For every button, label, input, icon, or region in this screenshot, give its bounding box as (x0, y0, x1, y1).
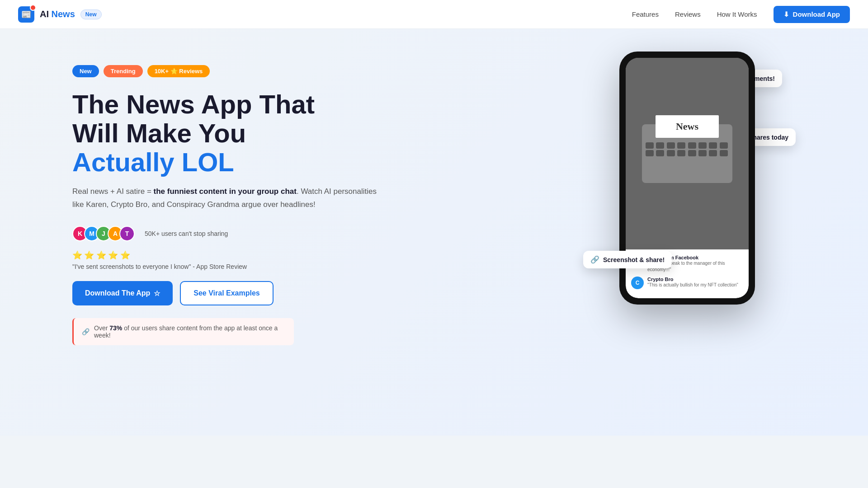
share-pct: 73% (109, 324, 122, 332)
hero-title-line2: Will Make You (72, 118, 246, 148)
hero-section: New Trending 10K+ ⭐ Reviews The News App… (0, 29, 868, 436)
hero-subtitle: Real news + AI satire = the funniest con… (72, 185, 380, 211)
typewriter-body: News (642, 124, 732, 183)
key-10 (656, 150, 664, 156)
float-screenshot-text: Screenshot & share! (603, 256, 665, 263)
star-4: ⭐ (108, 251, 118, 260)
typewriter-paper: News (656, 115, 719, 138)
key-16 (720, 150, 728, 156)
key-14 (698, 150, 707, 156)
user-row: K M J A T 50K+ users can't stop sharing (72, 226, 380, 241)
nav-reviews[interactable]: Reviews (675, 10, 701, 18)
nav-features[interactable]: Features (632, 10, 659, 18)
app-name: AI News (40, 9, 75, 19)
chat-avatar-crypto: C (631, 277, 644, 289)
key-5 (688, 142, 696, 149)
star-5: ⭐ (120, 251, 130, 260)
key-6 (698, 142, 707, 149)
star-1: ⭐ (72, 251, 82, 260)
app-icon-badge (30, 5, 36, 11)
hero-right: 💬 Actually funny AI comments! 🔥 3,421 sh… (579, 52, 796, 305)
share-info-box: 🔗 Over 73% of our users share content fr… (72, 318, 294, 345)
badge-reviews: 10K+ ⭐ Reviews (147, 65, 210, 77)
app-icon: 📰 (18, 6, 34, 23)
share-link-icon: 🔗 (82, 328, 90, 335)
download-app-label: Download The App (85, 289, 150, 297)
see-viral-examples-button[interactable]: See Viral Examples (180, 281, 273, 305)
navbar-download-button[interactable]: ⬇ Download App (774, 6, 850, 23)
key-4 (677, 142, 685, 149)
typewriter-keys (642, 138, 732, 161)
navbar-brand: 📰 AI News New (18, 6, 102, 23)
user-avatars: K M J A T (72, 226, 131, 241)
key-13 (688, 150, 696, 156)
key-1 (646, 142, 654, 149)
star-2: ⭐ (84, 251, 94, 260)
float-card-screenshot: 🔗 Screenshot & share! (583, 251, 672, 268)
user-avatar-5: T (119, 226, 135, 241)
download-star-icon: ☆ (154, 289, 160, 298)
navbar: 📰 AI News New Features Reviews How It Wo… (0, 0, 868, 29)
share-info-text: Over 73% of our users share content from… (94, 324, 286, 339)
app-name-suffix: News (49, 9, 75, 19)
star-3: ⭐ (96, 251, 106, 260)
badges-row: New Trending 10K+ ⭐ Reviews (72, 65, 380, 77)
chat-text-crypto: "This is actually bullish for my NFT col… (647, 282, 738, 288)
stars-row: ⭐ ⭐ ⭐ ⭐ ⭐ (72, 250, 380, 260)
app-icon-emoji: 📰 (21, 9, 31, 19)
download-app-button[interactable]: Download The App ☆ (72, 281, 173, 305)
stars-review: ⭐ ⭐ ⭐ ⭐ ⭐ "I've sent screenshots to ever… (72, 250, 380, 270)
key-11 (667, 150, 675, 156)
navbar-links: Features Reviews How It Works ⬇ Download… (632, 6, 850, 23)
review-text: "I've sent screenshots to everyone I kno… (72, 263, 380, 270)
key-7 (709, 142, 717, 149)
phone-image-area: News (626, 58, 749, 249)
navbar-new-badge: New (80, 9, 102, 19)
key-15 (709, 150, 717, 156)
badge-new: New (72, 65, 99, 77)
key-12 (677, 150, 685, 156)
key-9 (646, 150, 654, 156)
phone-container: 💬 Actually funny AI comments! 🔥 3,421 sh… (619, 52, 755, 305)
hero-left: New Trending 10K+ ⭐ Reviews The News App… (72, 61, 380, 345)
chat-content-crypto: Crypto Bro "This is actually bullish for… (647, 277, 738, 288)
typewriter-news-text: News (676, 121, 698, 132)
key-2 (656, 142, 664, 149)
user-count-text: 50K+ users can't stop sharing (145, 230, 228, 237)
nav-how-it-works[interactable]: How It Works (717, 10, 757, 18)
typewriter-visual: News (626, 58, 749, 249)
download-label: Download App (793, 10, 840, 18)
hero-title-line1: The News App That (72, 89, 315, 119)
hero-title-accent: Actually LOL (72, 147, 234, 177)
hero-subtitle-bold: the funniest content in your group chat (154, 187, 297, 196)
screenshot-share-icon: 🔗 (590, 255, 599, 264)
key-3 (667, 142, 675, 149)
download-icon: ⬇ (783, 10, 789, 19)
chat-name-crypto: Crypto Bro (647, 277, 738, 282)
badge-trending: Trending (104, 65, 143, 77)
cta-row: Download The App ☆ See Viral Examples (72, 281, 380, 305)
chat-item-crypto: C Crypto Bro "This is actually bullish f… (631, 277, 743, 289)
key-8 (720, 142, 728, 149)
hero-title: The News App That Will Make You Actually… (72, 90, 380, 176)
